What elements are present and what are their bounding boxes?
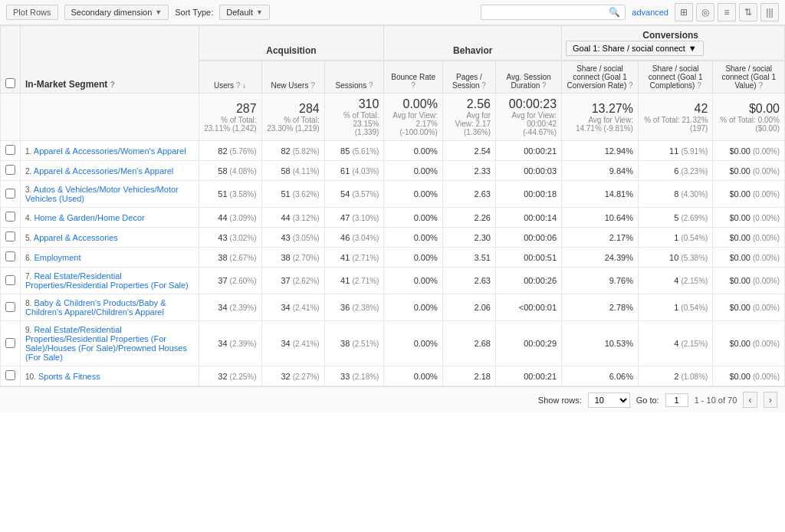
row-checkbox[interactable] (5, 232, 15, 241)
row-avg-session: 00:00:51 (496, 248, 562, 268)
row-pages-session: 2.54 (442, 141, 495, 161)
row-checkbox[interactable] (5, 275, 15, 285)
row-completions: 1 (0.54%) (638, 228, 712, 248)
sort-view-button[interactable]: ⇅ (739, 3, 757, 21)
go-to-input[interactable] (665, 393, 688, 407)
row-conv-rate: 2.78% (562, 294, 639, 321)
row-checkbox-cell[interactable] (1, 294, 21, 321)
row-avg-session: <00:00:01 (496, 294, 562, 321)
row-avg-session: 00:00:29 (496, 321, 562, 366)
row-checkbox[interactable] (5, 189, 15, 199)
row-sessions: 41 (2.71%) (324, 248, 384, 268)
search-icon[interactable]: 🔍 (609, 7, 620, 18)
segment-link[interactable]: Real Estate/Residential Properties/Resid… (25, 271, 189, 290)
row-conv-rate: 10.64% (562, 208, 639, 228)
prev-page-button[interactable]: ‹ (743, 392, 757, 408)
goal-dropdown-button[interactable]: Goal 1: Share / social connect ▼ (566, 41, 704, 56)
completions-help-icon[interactable]: ? (697, 81, 701, 90)
row-num-segment: 1. Apparel & Accessories/Women's Apparel (21, 141, 199, 161)
row-checkbox[interactable] (5, 251, 15, 261)
row-bounce-rate: 0.00% (384, 228, 442, 248)
segment-link[interactable]: Baby & Children's Products/Baby & Childr… (25, 298, 166, 317)
segment-link[interactable]: Apparel & Accessories/Women's Apparel (34, 146, 186, 156)
row-users: 44 (3.09%) (199, 208, 261, 228)
next-page-button[interactable]: › (764, 392, 777, 408)
row-checkbox-cell[interactable] (1, 161, 21, 181)
segment-link[interactable]: Apparel & Accessories (34, 233, 118, 242)
bounce-rate-help-icon[interactable]: ? (411, 81, 415, 90)
plot-rows-button[interactable]: Plot Rows (6, 5, 58, 20)
row-new-users: 34 (2.41%) (261, 321, 324, 366)
segment-link[interactable]: Home & Garden/Home Decor (34, 213, 144, 222)
row-new-users: 34 (2.41%) (261, 294, 324, 321)
advanced-link[interactable]: advanced (632, 8, 668, 17)
row-sessions: 41 (2.71%) (324, 268, 384, 294)
row-avg-session: 00:00:18 (496, 181, 562, 208)
segment-link[interactable]: Sports & Fitness (38, 372, 100, 381)
totals-row: 287 % of Total: 23.11% (1,242) 284 % of … (1, 94, 785, 141)
row-avg-session: 00:00:06 (496, 228, 562, 248)
conv-rate-help-icon[interactable]: ? (629, 81, 633, 90)
conversions-header: Conversions Goal 1: Share / social conne… (562, 26, 785, 61)
bar-view-button[interactable]: ||| (760, 3, 779, 21)
row-num-segment: 10. Sports & Fitness (21, 366, 199, 386)
secondary-dimension-dropdown[interactable]: Secondary dimension ▼ (64, 5, 169, 20)
row-num-segment: 5. Apparel & Accessories (21, 228, 199, 248)
row-checkbox[interactable] (5, 212, 15, 222)
row-checkbox[interactable] (5, 370, 15, 380)
list-view-button[interactable]: ≡ (718, 3, 736, 21)
grid-view-button[interactable]: ⊞ (675, 3, 693, 21)
row-checkbox[interactable] (5, 165, 15, 175)
row-checkbox-cell[interactable] (1, 181, 21, 208)
sessions-help-icon[interactable]: ? (369, 81, 373, 90)
row-checkbox-cell[interactable] (1, 366, 21, 386)
row-conv-rate: 10.53% (562, 321, 639, 366)
row-checkbox[interactable] (5, 338, 15, 348)
donut-view-button[interactable]: ◎ (696, 3, 714, 21)
row-avg-session: 00:00:26 (496, 268, 562, 294)
row-new-users: 38 (2.70%) (261, 248, 324, 268)
row-conv-rate: 2.17% (562, 228, 639, 248)
row-value: $0.00 (0.00%) (713, 321, 785, 366)
row-checkbox-cell[interactable] (1, 228, 21, 248)
totals-pages-session: 2.56 Avg for View: 2.17 (1.36%) (442, 94, 495, 141)
segment-link[interactable]: Real Estate/Residential Properties/Resid… (25, 325, 187, 362)
behavior-header: Behavior (384, 26, 562, 61)
sessions-col-header: Sessions ? (324, 61, 384, 94)
segment-link[interactable]: Employment (34, 253, 80, 262)
row-number: 1. (25, 147, 31, 156)
segment-help-icon[interactable]: ? (110, 80, 115, 89)
row-checkbox[interactable] (5, 302, 15, 312)
value-help-icon[interactable]: ? (758, 81, 763, 90)
row-users: 82 (5.76%) (199, 141, 261, 161)
row-completions: 1 (0.54%) (638, 294, 712, 321)
page-info: 1 - 10 of 70 (695, 396, 737, 405)
search-input[interactable] (486, 8, 609, 17)
avg-session-help-icon[interactable]: ? (542, 81, 547, 90)
row-checkbox-cell[interactable] (1, 208, 21, 228)
users-help-icon[interactable]: ? (236, 81, 241, 90)
row-number: 4. (25, 214, 31, 222)
row-num-segment: 3. Autos & Vehicles/Motor Vehicles/Motor… (21, 181, 199, 208)
sort-default-dropdown[interactable]: Default ▼ (219, 5, 270, 20)
segment-link[interactable]: Apparel & Accessories/Men's Apparel (34, 166, 173, 176)
row-number: 6. (25, 254, 31, 262)
row-users: 58 (4.08%) (199, 161, 261, 181)
conv-rate-col-header: Share / social connect (Goal 1 Conversio… (562, 61, 639, 94)
segment-link[interactable]: Autos & Vehicles/Motor Vehicles/Motor Ve… (25, 185, 179, 203)
header-checkbox[interactable] (5, 78, 15, 88)
row-checkbox-cell[interactable] (1, 248, 21, 268)
totals-users: 287 % of Total: 23.11% (1,242) (199, 94, 261, 141)
row-checkbox-cell[interactable] (1, 321, 21, 366)
new-users-help-icon[interactable]: ? (310, 81, 315, 90)
row-checkbox-cell[interactable] (1, 141, 21, 161)
row-number: 8. (25, 299, 31, 307)
pages-session-col-header: Pages / Session ? (442, 61, 495, 94)
pages-session-help-icon[interactable]: ? (481, 81, 486, 90)
users-sort-icon[interactable]: ↓ (242, 81, 246, 90)
row-bounce-rate: 0.00% (384, 181, 442, 208)
row-checkbox-cell[interactable] (1, 268, 21, 294)
row-checkbox[interactable] (5, 145, 15, 155)
select-all-checkbox[interactable] (1, 26, 21, 94)
show-rows-select[interactable]: 10 25 50 100 500 1000 (588, 392, 630, 408)
